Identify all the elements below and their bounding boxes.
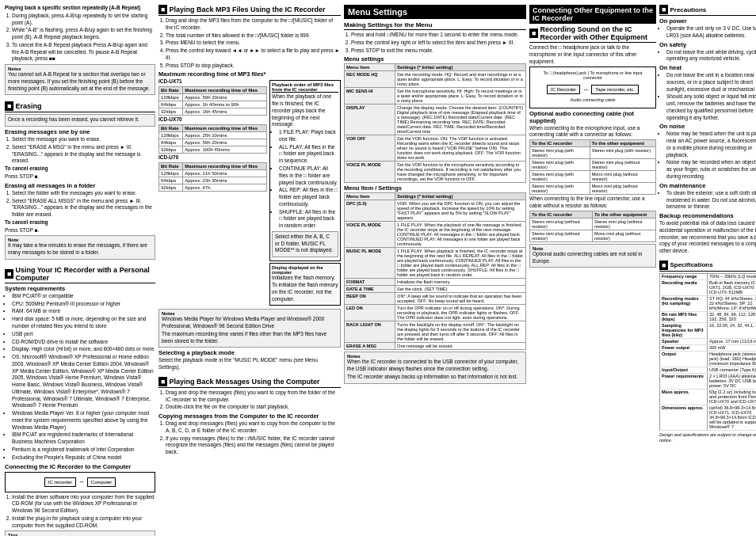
connecting-ic-title: Connecting the IC Recorder to the Comput… <box>5 463 155 470</box>
playing-back-messages-title: ■ Playing Back Messages Using the Comput… <box>158 377 341 388</box>
table-row: Stereo mini plug (with resistor) Mono mi… <box>530 183 656 195</box>
tape-device: Tape recorder, etc. <box>591 85 639 94</box>
spec-row: Frequency range 70Hz – 20kHz (LQ mode) <box>660 273 757 279</box>
menu-items-table: Menu Item Settings (* Initial setting) D… <box>344 192 526 350</box>
precautions-title: ■ Precautions <box>659 5 756 16</box>
table-row: BACK LIGHT ON Turns the backlight on the… <box>345 321 526 343</box>
menu-settings-title: Menu Settings <box>344 5 526 19</box>
precautions-section: ■ Precautions On power Operate the unit … <box>659 5 756 256</box>
step: Select the message you want to erase. <box>12 136 155 143</box>
playback-repeat-section: Playing back a specific section repeated… <box>5 5 155 97</box>
column-1: Playing back a specific section repeated… <box>5 5 155 536</box>
specifications-section: ■ Specifications Frequency range 70Hz – … <box>659 260 756 445</box>
tables-container: ICD-UX71 Bit Rate Maximum recording time… <box>158 78 341 307</box>
erasing-section: ■ Erasing Once a recording has been eras… <box>5 101 155 260</box>
column-3: Menu Settings Making Settings for the Me… <box>344 5 526 536</box>
specifications-title: ■ Specifications <box>659 260 756 272</box>
on-power-list: Operate the unit only on 3 V DC. Use two… <box>659 25 756 40</box>
arrow-icon: ↔ <box>78 478 85 485</box>
table-row: Stereo mini plug (with resistor) Mono mi… <box>530 171 656 183</box>
connecting-other-section: Connecting Other Equipment to the IC Rec… <box>529 5 656 269</box>
connecting-other-title: Connecting Other Equipment to the IC Rec… <box>529 5 656 24</box>
mp3-notes: Notes Windows Media Player for Windows M… <box>158 309 341 348</box>
selecting-playback: Select the playback mode in the "MUSIC P… <box>158 357 341 371</box>
spec-row: Speaker Approx. 17 mm (11/16 in) dia. <box>660 338 757 344</box>
erase-cancel: Press STOP ■. <box>5 173 155 181</box>
using-ic-section: ■ Using Your IC Recorder with a Personal… <box>5 266 155 536</box>
table-row: MUSIC PL MODE 1 FILE PLAY: When playback… <box>345 248 526 279</box>
device-diagram: IC recorder ↔ Computer <box>44 477 116 487</box>
step: Select "ERASE ALL MSGS" in the menu and … <box>12 198 155 219</box>
connecting-tips: Tips The driver software for for use wit… <box>5 530 155 536</box>
table-row: FORMAT Initializes the flash memory. <box>345 279 526 286</box>
on-maintenance-title: On maintenance <box>659 182 756 189</box>
column-2: ■ Playing Back MP3 Files Using the IC Re… <box>158 5 341 536</box>
column-5: ■ Precautions On power Operate the unit … <box>659 5 756 536</box>
tables-left: ICD-UX71 Bit Rate Maximum recording time… <box>158 78 267 307</box>
table-row: ERASE A MSG One message will be erased. <box>345 343 526 350</box>
step: Select "ERASE A MSG" in the menu and pre… <box>12 144 155 165</box>
optional-cable-note: When connecting to the microphone input,… <box>529 125 656 139</box>
playback-order-box: Playback order of MP3 files from the IC … <box>269 80 341 261</box>
design-note: Design and specifications are subject to… <box>659 432 756 444</box>
optional-cable-title: Optional audio connecting cable (not sup… <box>529 110 656 124</box>
backup-title: Backup recommendations <box>659 212 756 219</box>
ux70-title: ICD-UX70 <box>158 116 267 124</box>
column-4: Connecting Other Equipment to the IC Rec… <box>529 5 656 536</box>
page: Playing back a specific section repeated… <box>0 0 756 536</box>
making-steps: Press and hold □/MENU for more than 1 se… <box>344 32 526 54</box>
erasing-folder-steps: Select the folder with the messages you … <box>5 190 155 219</box>
display-box: Display displayed on the computer Initia… <box>269 263 341 306</box>
erasing-folder-title: Erasing all messages in a folder <box>5 182 155 189</box>
step: During playback, press A-B/up repeatedly… <box>12 13 155 27</box>
erasing-one-title: Erasing messages one by one <box>5 128 155 135</box>
system-req-title: System requirements <box>5 285 155 292</box>
playing-mp3-steps: Drag and drop the MP3 files from the com… <box>158 17 341 69</box>
connection-device-diagram: IC Recorder ↔ Tape recorder, etc. <box>547 85 639 94</box>
spec-row: Bit rate MP3 files (kbps) 32, 48, 64, 96… <box>660 311 757 322</box>
selecting-playback-title: Selecting a playback mode <box>158 349 341 356</box>
playing-mp3-section: ■ Playing Back MP3 Files Using the IC Re… <box>158 5 341 372</box>
playback-repeat-steps: During playback, press A-B/up repeatedly… <box>5 13 155 63</box>
on-maintenance-list: To clean the exterior, use a soft cloth … <box>659 190 756 211</box>
tables-right: Playback order of MP3 files from the IC … <box>269 78 341 307</box>
connect-arrow: ↔ <box>582 86 589 93</box>
note-eu: Note Optional audio connecting cables ar… <box>529 244 656 268</box>
menu-settings-section: Menu Settings Making Settings for the Me… <box>344 5 526 386</box>
making-title: Making Settings for the Menu <box>344 21 526 30</box>
ic-recorder-box: IC recorder <box>44 477 76 487</box>
table-row: Stereo mini plug (with resistor) Stereo … <box>530 147 656 159</box>
playing-back-messages-section: ■ Playing Back Messages Using the Comput… <box>158 377 341 457</box>
computer-box: Computer <box>87 477 116 487</box>
on-safety-list: Do not leave the unit while driving, cyc… <box>659 49 756 63</box>
menu-item-table-title: Menu Item / Settings <box>344 184 526 192</box>
u70-table: Bit Rate Maximum recording time of files… <box>158 162 267 192</box>
table-row: Stereo mini plug (without resistor) Ster… <box>530 218 656 230</box>
table-row: DATE & TIME Set the clock. (SET TIME) <box>345 286 526 293</box>
table-row: VOICE PL MODE Set the VOR function to th… <box>345 162 526 183</box>
connection-table: To the IC recorder To the other equipmen… <box>529 139 656 195</box>
table-row: VOR OFF Set the VOR function. ON: The VO… <box>345 135 526 162</box>
erase-folder-cancel-title: To cancel erasing <box>5 219 155 226</box>
copying-title: Copying messages from the Computer to th… <box>158 412 341 420</box>
table-row: REC MODE HQ Set the recording mode. HQ: … <box>345 71 526 88</box>
system-req-list: IBM PC/AT® or compatible CPU: 500MHz Pen… <box>5 293 155 462</box>
step: Select the folder with the messages you … <box>12 190 155 197</box>
specs-table: Frequency range 70Hz – 20kHz (LQ mode) R… <box>659 273 756 431</box>
ux71-table: Bit Rate Maximum recording time of files… <box>158 86 267 116</box>
spec-row: Power requirements 2 × LR03 (AAA) alkali… <box>660 373 757 389</box>
table-row: BEEP ON ON*: A beep will be sound to ind… <box>345 293 526 305</box>
step: To cancel the A-B Repeat playback Press … <box>12 42 155 63</box>
erasing-note: Once a recording has been erased, you ca… <box>5 114 155 127</box>
backup-text: To avoid potential risk of data loss cau… <box>659 220 756 255</box>
erase-folder-note: Note It may take a few minutes to erase … <box>5 235 155 260</box>
on-heat-list: Do not leave the unit in a location near… <box>659 72 756 121</box>
erase-cancel-title: To cancel erasing <box>5 165 155 173</box>
ux70-table: Bit Rate Maximum recording time of files… <box>158 124 267 154</box>
playing-mp3-title: ■ Playing Back MP3 Files Using the IC Re… <box>158 5 341 16</box>
playback-repeat-title: Playing back a specific section repeated… <box>5 5 155 12</box>
erase-folder-cancel: Press STOP ■. <box>5 227 155 234</box>
spec-row: Recording media Built-in flash memory IC… <box>660 279 757 295</box>
connection-table2: To the IC recorder To the other equipmen… <box>529 211 656 242</box>
optional-cable-note2: When connecting to the line input connec… <box>529 196 656 210</box>
